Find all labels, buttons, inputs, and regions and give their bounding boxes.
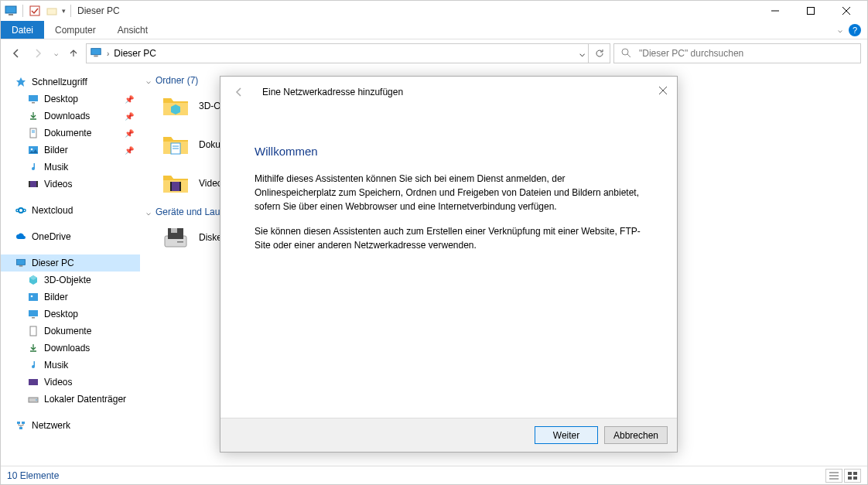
sidebar-item-3d[interactable]: 3D-Objekte: [1, 272, 140, 289]
sidebar-item-label: Dokumente: [44, 128, 91, 138]
status-items: 10 Elemente: [7, 470, 59, 481]
svg-rect-53: [853, 472, 857, 475]
svg-rect-36: [17, 422, 20, 424]
maximize-button[interactable]: [793, 1, 829, 21]
chevron-down-icon: ⌵: [146, 208, 151, 217]
svg-point-23: [19, 208, 23, 213]
cloud-icon: [15, 231, 27, 243]
search-input[interactable]: [637, 47, 854, 60]
sidebar-nextcloud[interactable]: Nextcloud: [1, 202, 140, 219]
breadcrumb[interactable]: Dieser PC: [114, 48, 156, 59]
svg-rect-52: [848, 472, 852, 475]
download-icon: [27, 110, 39, 122]
explorer-window: ▾ Dieser PC Datei Computer Ansicht ⌵ ? ⌵…: [0, 0, 868, 485]
properties-icon[interactable]: [28, 4, 42, 18]
sidebar-this-pc[interactable]: Dieser PC: [1, 254, 140, 272]
sidebar-item-label: Desktop: [44, 94, 78, 104]
sidebar-network[interactable]: Netzwerk: [1, 417, 140, 434]
pc-icon: [4, 4, 18, 18]
sidebar-quick-access[interactable]: Schnellzugriff: [1, 73, 140, 91]
sidebar-item-videos[interactable]: Videos: [1, 176, 140, 193]
document-icon: [27, 325, 39, 337]
caption-buttons: [757, 1, 864, 21]
sidebar-item-downloads[interactable]: Downloads📌: [1, 108, 140, 125]
tab-computer[interactable]: Computer: [44, 21, 107, 39]
sidebar-item-label: Dokumente: [44, 326, 91, 336]
picture-icon: [27, 291, 39, 303]
svg-rect-48: [177, 241, 183, 243]
back-button[interactable]: [7, 44, 26, 63]
dialog-close-button[interactable]: [655, 83, 671, 98]
sidebar-item-pictures[interactable]: Bilder📌: [1, 142, 140, 159]
address-bar[interactable]: › Dieser PC ⌵: [86, 43, 589, 63]
up-button[interactable]: [64, 44, 83, 63]
sidebar-item-documents[interactable]: Dokumente📌: [1, 125, 140, 142]
sidebar-onedrive[interactable]: OneDrive: [1, 228, 140, 245]
close-button[interactable]: [829, 1, 864, 21]
svg-line-11: [627, 54, 630, 57]
sidebar-item-label: Videos: [44, 179, 72, 190]
search-box[interactable]: [613, 43, 861, 63]
sidebar-item-music-pc[interactable]: Musik: [1, 357, 140, 374]
svg-rect-30: [29, 310, 38, 316]
sidebar-item-label: Downloads: [44, 111, 90, 121]
dialog-header: Eine Netzwerkadresse hinzufügen: [220, 77, 677, 108]
cancel-button[interactable]: Abbrechen: [604, 426, 668, 444]
view-tiles-button[interactable]: [844, 469, 861, 483]
qat-dropdown-icon[interactable]: ▾: [62, 7, 66, 15]
ribbon-expand-icon[interactable]: ⌵: [838, 26, 842, 34]
svg-rect-21: [29, 181, 30, 187]
sidebar-item-local-disk[interactable]: Lokaler Datenträger: [1, 391, 140, 408]
tab-file[interactable]: Datei: [1, 21, 44, 39]
pc-icon: [90, 46, 102, 61]
sidebar-item-label: Lokaler Datenträger: [44, 394, 126, 405]
sidebar-item-label: Netzwerk: [32, 420, 70, 431]
sidebar-item-label: Nextcloud: [32, 205, 73, 216]
svg-rect-1: [9, 14, 13, 15]
tab-view[interactable]: Ansicht: [107, 21, 159, 39]
navigation-pane: Schnellzugriff Desktop📌 Downloads📌 Dokum…: [1, 67, 140, 466]
separator: [70, 5, 71, 17]
pin-icon: 📌: [125, 95, 134, 104]
video-icon: [27, 178, 39, 190]
sidebar-item-label: Downloads: [44, 343, 90, 354]
sidebar-item-documents-pc[interactable]: Dokumente: [1, 323, 140, 340]
sidebar-item-pictures-pc[interactable]: Bilder: [1, 289, 140, 306]
desktop-icon: [27, 308, 39, 320]
svg-rect-38: [19, 427, 22, 429]
recent-dropdown-icon[interactable]: ⌵: [50, 44, 61, 63]
cube-icon: [27, 274, 39, 286]
sidebar-item-videos-pc[interactable]: Videos: [1, 374, 140, 391]
dialog-footer: Weiter Abbrechen: [220, 418, 677, 452]
chevron-right-icon[interactable]: ›: [107, 50, 109, 58]
sidebar-item-label: Desktop: [44, 309, 78, 319]
refresh-button[interactable]: [589, 43, 610, 63]
svg-rect-32: [30, 326, 36, 336]
address-dropdown-icon[interactable]: ⌵: [579, 48, 585, 59]
view-details-button[interactable]: [825, 469, 842, 483]
sidebar-item-desktop-pc[interactable]: Desktop: [1, 306, 140, 323]
svg-rect-5: [808, 8, 815, 15]
dialog-back-button[interactable]: [230, 83, 248, 101]
forward-button[interactable]: [29, 44, 47, 63]
svg-rect-28: [29, 293, 38, 301]
sidebar-item-label: OneDrive: [32, 231, 71, 242]
sidebar-item-music[interactable]: Musik: [1, 159, 140, 176]
download-icon: [27, 342, 39, 354]
sidebar-item-downloads-pc[interactable]: Downloads: [1, 340, 140, 357]
next-button[interactable]: Weiter: [535, 426, 598, 444]
separator: [22, 5, 23, 17]
sidebar-item-label: Musik: [44, 162, 68, 172]
help-icon[interactable]: ?: [849, 24, 861, 36]
minimize-button[interactable]: [757, 1, 793, 21]
pin-icon: 📌: [125, 146, 134, 155]
status-bar: 10 Elemente: [1, 466, 867, 484]
sidebar-item-desktop[interactable]: Desktop📌: [1, 91, 140, 108]
new-folder-icon[interactable]: [45, 4, 59, 18]
search-icon: [620, 47, 631, 60]
nextcloud-icon: [15, 204, 27, 217]
svg-point-29: [31, 295, 33, 298]
svg-rect-55: [853, 476, 857, 480]
svg-rect-43: [170, 182, 172, 191]
folder-icon: [160, 91, 191, 121]
